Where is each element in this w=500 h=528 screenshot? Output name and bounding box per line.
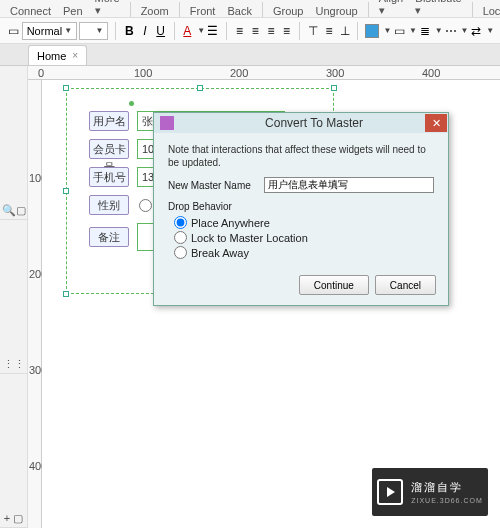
collapse-icon[interactable]: ▢ [16,204,26,217]
style-picker-icon[interactable]: ▭ [7,21,21,41]
tool-more[interactable]: More ▾ [95,0,120,17]
label-cardno: 会员卡号 [89,139,129,159]
radio-place-anywhere[interactable]: Place Anywhere [174,216,434,229]
master-name-input[interactable] [264,177,434,193]
line-weight-button[interactable]: ≣ [418,21,432,41]
tool-zoom[interactable]: Zoom [141,5,169,17]
search-icon[interactable]: 🔍 [2,204,16,217]
underline-button[interactable]: U [154,21,168,41]
label-remark: 备注 [89,227,129,247]
dialog-note: Note that interactions that affect these… [168,143,434,169]
valign-top-button[interactable]: ⊤ [306,21,320,41]
line-color-button[interactable]: ▭ [392,21,406,41]
label-username: 用户名 [89,111,129,131]
style-selector[interactable]: Normal▼ [22,22,77,40]
label-gender: 性别 [89,195,129,215]
close-button[interactable]: ✕ [425,114,447,132]
tool-connect[interactable]: Connect [10,5,51,17]
master-name-label: New Master Name [168,180,264,191]
tool-distribute[interactable]: Distribute ▾ [415,0,461,17]
label-phone: 手机号 [89,167,129,187]
main-toolbar: Connect Pen More ▾ Zoom Front Back Group… [0,0,500,18]
play-icon [377,479,403,505]
resize-handle[interactable] [197,85,203,91]
tool-align[interactable]: Align ▾ [379,0,403,17]
valign-bottom-button[interactable]: ⊥ [338,21,352,41]
bullets-button[interactable]: ☰ [206,21,220,41]
dialog-titlebar[interactable]: Convert To Master ✕ [154,113,448,133]
watermark-text: 溜溜自学 [411,481,463,493]
font-size-selector[interactable]: ▼ [79,22,108,40]
page-tab-bar: Home × [0,44,500,66]
dock-pane-1: 🔍▢ [0,66,27,220]
cancel-button[interactable]: Cancel [375,275,436,295]
tool-ungroup[interactable]: Ungroup [315,5,357,17]
horizontal-ruler: 0 100 200 300 400 [28,66,500,80]
align-left-button[interactable]: ≡ [233,21,247,41]
add-icon[interactable]: + [4,512,10,525]
resize-handle[interactable] [63,188,69,194]
arrow-style-button[interactable]: ⇄ [470,21,484,41]
left-dock: 🔍▢ ⋮⋮ +▢ [0,66,28,528]
dialog-title: Convert To Master [180,116,448,130]
text-color-button[interactable]: A [181,21,195,41]
dock-pane-2: ⋮⋮ [0,220,27,374]
radio-break-away[interactable]: Break Away [174,246,434,259]
convert-to-master-dialog: Convert To Master ✕ Note that interactio… [153,112,449,306]
watermark-sub: ZIXUE.3D66.COM [411,497,483,504]
line-style-button[interactable]: ⋯ [444,21,458,41]
tab-close-icon[interactable]: × [72,50,78,61]
tool-back[interactable]: Back [227,5,251,17]
resize-handle[interactable] [63,291,69,297]
italic-button[interactable]: I [138,21,152,41]
dock-pane-3: +▢ [0,374,27,528]
radio-lock-location[interactable]: Lock to Master Location [174,231,434,244]
format-toolbar: ▭ Normal▼ ▼ B I U A▼ ☰ ≡ ≡ ≡ ≡ ⊤ ≡ ⊥ ▼ ▭… [0,18,500,44]
tool-lock[interactable]: Lock [483,5,500,17]
drop-behavior-label: Drop Behavior [168,201,434,212]
vertical-ruler: 100 200 300 400 [28,80,42,528]
valign-middle-button[interactable]: ≡ [322,21,336,41]
tool-group[interactable]: Group [273,5,304,17]
grip-icon[interactable]: ⋮⋮ [3,358,25,371]
tab-home[interactable]: Home × [28,45,87,65]
tool-front[interactable]: Front [190,5,216,17]
app-icon [160,116,174,130]
fill-color-button[interactable] [364,21,380,41]
align-center-button[interactable]: ≡ [248,21,262,41]
resize-handle[interactable] [331,85,337,91]
tab-label: Home [37,50,66,62]
panel-icon[interactable]: ▢ [13,512,23,525]
watermark-badge: 溜溜自学 ZIXUE.3D66.COM [372,468,488,516]
align-justify-button[interactable]: ≡ [280,21,294,41]
align-right-button[interactable]: ≡ [264,21,278,41]
tool-pen[interactable]: Pen [63,5,83,17]
continue-button[interactable]: Continue [299,275,369,295]
bold-button[interactable]: B [122,21,136,41]
resize-handle[interactable] [63,85,69,91]
